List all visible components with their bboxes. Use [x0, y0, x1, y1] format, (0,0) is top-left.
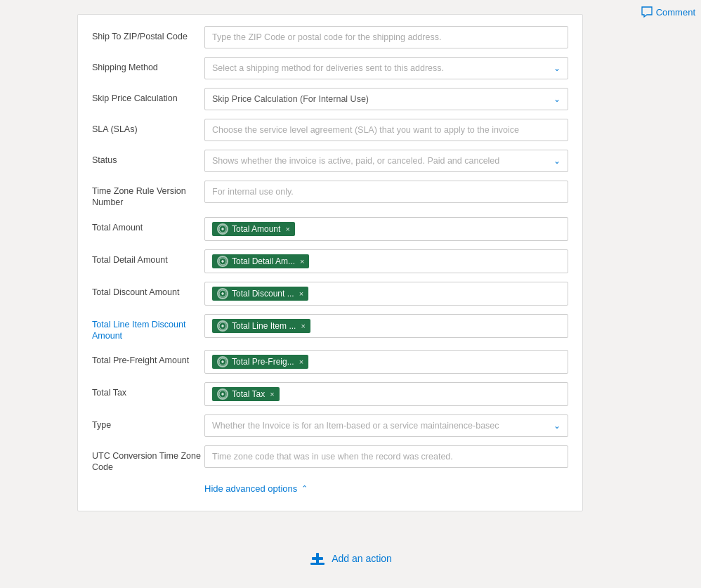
tag-label-total-tax: Total Tax: [232, 389, 265, 399]
tag-label-total-detail: Total Detail Am...: [232, 256, 295, 266]
field-row-status: Status Shows whether the invoice is acti…: [78, 145, 582, 176]
field-row-sla: SLA (SLAs) Choose the service level agre…: [78, 115, 582, 145]
hide-advanced-label: Hide advanced options: [204, 483, 297, 494]
chevron-status: ⌄: [553, 156, 561, 166]
chevron-up-icon: ⌃: [301, 484, 308, 493]
value-skip-price: Skip Price Calculation (For Internal Use…: [212, 94, 369, 104]
label-total-pre-freight: Total Pre-Freight Amount: [92, 350, 204, 366]
tag-total-tax: Total Tax ×: [212, 387, 280, 401]
input-skip-price[interactable]: Skip Price Calculation (For Internal Use…: [204, 88, 568, 110]
field-row-total-tax: Total Tax Total Tax ×: [78, 378, 582, 410]
tag-remove-total-pre-freight[interactable]: ×: [299, 358, 303, 366]
hide-advanced-options[interactable]: Hide advanced options ⌃: [78, 478, 582, 497]
input-total-discount[interactable]: Total Discount ... ×: [204, 282, 568, 306]
label-status: Status: [92, 150, 204, 166]
chevron-skip-price: ⌄: [553, 94, 561, 104]
tag-icon-total-discount: [217, 288, 228, 299]
add-action-icon: [309, 550, 326, 567]
input-status[interactable]: Shows whether the invoice is active, pai…: [204, 150, 568, 172]
label-type: Type: [92, 414, 204, 431]
tag-icon-total-tax: [217, 388, 228, 400]
main-card: Ship To ZIP/Postal Code Type the ZIP Cod…: [77, 14, 583, 511]
value-status: Shows whether the invoice is active, pai…: [212, 156, 499, 166]
tag-remove-total-tax[interactable]: ×: [270, 390, 274, 398]
placeholder-sla: Choose the service level agreement (SLA)…: [212, 125, 519, 135]
label-total-detail: Total Detail Amount: [92, 249, 204, 266]
label-utc: UTC Conversion Time Zone Code: [92, 445, 204, 473]
label-total-line-item: Total Line Item Discount Amount: [92, 314, 204, 342]
page-container: Comment Ship To ZIP/Postal Code Type the…: [0, 0, 701, 588]
tag-icon-total-line-item: [217, 320, 228, 332]
tag-label-total-pre-freight: Total Pre-Freig...: [232, 357, 294, 367]
value-shipping-method: Select a shipping method for deliveries …: [212, 63, 444, 73]
tag-icon-total-amount: [217, 223, 228, 235]
input-shipping-method[interactable]: Select a shipping method for deliveries …: [204, 57, 568, 79]
placeholder-timezone: For internal use only.: [212, 187, 294, 197]
comment-icon: [641, 6, 653, 18]
tag-remove-total-amount[interactable]: ×: [285, 225, 289, 233]
label-total-discount: Total Discount Amount: [92, 282, 204, 298]
placeholder-ship-to-zip: Type the ZIP Code or postal code for the…: [212, 32, 441, 42]
input-total-tax[interactable]: Total Tax ×: [204, 382, 568, 406]
label-timezone: Time Zone Rule Version Number: [92, 181, 204, 209]
add-action-label: Add an action: [332, 553, 392, 564]
input-timezone[interactable]: For internal use only.: [204, 181, 568, 203]
input-sla[interactable]: Choose the service level agreement (SLA)…: [204, 119, 568, 141]
comment-label: Comment: [656, 7, 695, 18]
tag-icon-total-pre-freight: [217, 356, 228, 367]
field-row-shipping-method: Shipping Method Select a shipping method…: [78, 53, 582, 84]
add-action-container: Add an action: [0, 550, 701, 567]
label-ship-to-zip: Ship To ZIP/Postal Code: [92, 26, 204, 42]
input-total-pre-freight[interactable]: Total Pre-Freig... ×: [204, 350, 568, 374]
tag-label-total-amount: Total Amount: [232, 224, 280, 234]
field-row-ship-to-zip: Ship To ZIP/Postal Code Type the ZIP Cod…: [78, 22, 582, 53]
input-total-amount[interactable]: Total Amount ×: [204, 217, 568, 241]
input-ship-to-zip[interactable]: Type the ZIP Code or postal code for the…: [204, 26, 568, 48]
field-row-total-pre-freight: Total Pre-Freight Amount Total Pre-Freig…: [78, 346, 582, 378]
input-type[interactable]: Whether the Invoice is for an Item-based…: [204, 414, 568, 437]
field-row-total-discount: Total Discount Amount Total Discount ...…: [78, 277, 582, 310]
label-total-tax: Total Tax: [92, 382, 204, 398]
tag-remove-total-line-item[interactable]: ×: [301, 322, 305, 330]
add-action-button[interactable]: Add an action: [309, 550, 392, 567]
tag-total-amount: Total Amount ×: [212, 222, 295, 236]
field-row-total-amount: Total Amount Total Amount ×: [78, 213, 582, 245]
tag-remove-total-discount[interactable]: ×: [299, 289, 303, 298]
field-row-type: Type Whether the Invoice is for an Item-…: [78, 410, 582, 441]
label-shipping-method: Shipping Method: [92, 57, 204, 73]
tag-icon-total-detail: [217, 256, 228, 267]
placeholder-utc: Time zone code that was in use when the …: [212, 452, 453, 462]
label-skip-price: Skip Price Calculation: [92, 88, 204, 104]
field-row-total-line-item: Total Line Item Discount Amount Total Li…: [78, 310, 582, 346]
chevron-type: ⌄: [553, 421, 561, 431]
tag-label-total-discount: Total Discount ...: [232, 289, 294, 299]
chevron-shipping-method: ⌄: [553, 63, 561, 73]
comment-button[interactable]: Comment: [641, 6, 695, 18]
input-utc[interactable]: Time zone code that was in use when the …: [204, 445, 568, 468]
tag-total-detail: Total Detail Am... ×: [212, 254, 309, 268]
input-total-line-item[interactable]: Total Line Item ... ×: [204, 314, 568, 338]
field-row-skip-price: Skip Price Calculation Skip Price Calcul…: [78, 84, 582, 115]
field-row-utc: UTC Conversion Time Zone Code Time zone …: [78, 441, 582, 478]
field-row-total-detail: Total Detail Amount Total Detail Am... ×: [78, 245, 582, 277]
tag-total-discount: Total Discount ... ×: [212, 287, 308, 301]
field-row-timezone: Time Zone Rule Version Number For intern…: [78, 176, 582, 213]
svg-rect-8: [310, 563, 325, 565]
value-type: Whether the Invoice is for an Item-based…: [212, 421, 499, 431]
input-total-detail[interactable]: Total Detail Am... ×: [204, 249, 568, 273]
label-total-amount: Total Amount: [92, 217, 204, 233]
label-sla: SLA (SLAs): [92, 119, 204, 135]
svg-rect-7: [316, 553, 319, 564]
tag-remove-total-detail[interactable]: ×: [300, 257, 304, 266]
tag-label-total-line-item: Total Line Item ...: [232, 321, 296, 331]
tag-total-pre-freight: Total Pre-Freig... ×: [212, 355, 308, 369]
tag-total-line-item: Total Line Item ... ×: [212, 319, 310, 333]
